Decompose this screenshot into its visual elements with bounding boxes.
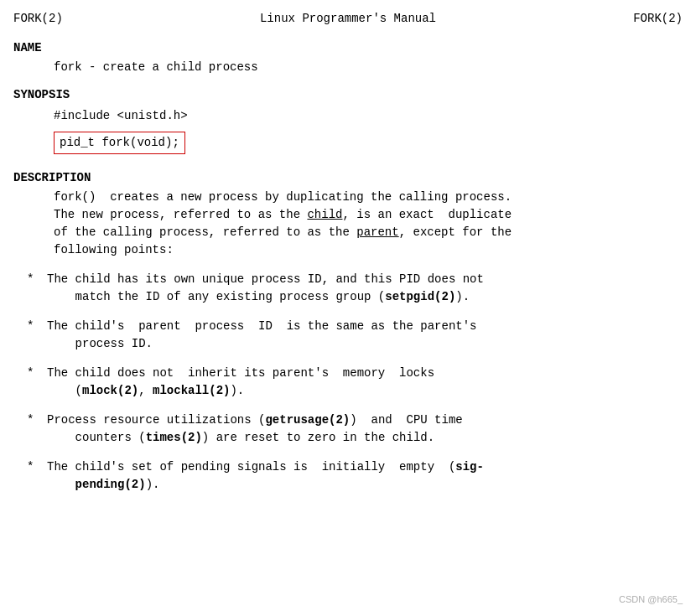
- desc-line-1: fork() creates a new process by duplicat…: [54, 190, 512, 204]
- name-section: NAME fork - create a child process: [13, 39, 683, 76]
- description-label: DESCRIPTION: [13, 169, 683, 187]
- synopsis-include: #include <unistd.h>: [54, 107, 683, 125]
- desc-line-3: of the calling process, referred to as t…: [54, 225, 512, 239]
- bullet-content-1: The child has its own unique process ID,…: [47, 271, 683, 306]
- child-link: child: [307, 208, 342, 221]
- bullet-star-4: *: [27, 412, 47, 447]
- bullet-content-2: The child's parent process ID is the sam…: [47, 318, 683, 353]
- description-section: DESCRIPTION fork() creates a new process…: [13, 169, 683, 494]
- synopsis-signature-wrapper: pid_t fork(void);: [54, 128, 683, 159]
- mlockall-ref: mlockall(2): [153, 384, 230, 397]
- bullet-3: * The child does not inherit its parent'…: [27, 365, 683, 400]
- bullet-content-5: The child's set of pending signals is in…: [47, 458, 683, 494]
- synopsis-section: SYNOPSIS #include <unistd.h> pid_t fork(…: [13, 86, 683, 159]
- header-left: FORK(2): [13, 10, 63, 28]
- bullet-star-5: *: [27, 458, 47, 494]
- parent-link: parent: [356, 225, 398, 239]
- bullet-5: * The child's set of pending signals is …: [27, 458, 683, 494]
- name-label: NAME: [13, 39, 683, 57]
- bullet-star-3: *: [27, 365, 47, 400]
- bullet-star-1: *: [27, 271, 47, 306]
- getrusage-ref: getrusage(2): [265, 413, 350, 427]
- synopsis-label: SYNOPSIS: [13, 86, 683, 104]
- sigpending-ref-2: pending(2): [75, 478, 146, 491]
- bullet-2: * The child's parent process ID is the s…: [27, 318, 683, 353]
- header-center: Linux Programmer's Manual: [260, 10, 436, 28]
- sigpending-ref-1: sig-: [455, 460, 484, 474]
- description-intro: fork() creates a new process by duplicat…: [54, 189, 683, 259]
- bullet-content-4: Process resource utilizations (getrusage…: [47, 412, 683, 447]
- manual-header: FORK(2) Linux Programmer's Manual FORK(2…: [13, 10, 683, 28]
- synopsis-signature: pid_t fork(void);: [54, 132, 185, 154]
- setpgid-ref: setpgid(2): [385, 290, 455, 303]
- desc-line-4: following points:: [54, 243, 174, 256]
- watermark: CSDN @h665_: [619, 593, 683, 607]
- bullet-4: * Process resource utilizations (getrusa…: [27, 412, 683, 447]
- name-content: fork - create a child process: [54, 59, 683, 76]
- bullet-content-3: The child does not inherit its parent's …: [47, 365, 683, 400]
- times-ref: times(2): [146, 431, 202, 444]
- bullet-star-2: *: [27, 318, 47, 353]
- header-right: FORK(2): [633, 10, 683, 28]
- bullet-1: * The child has its own unique process I…: [27, 271, 683, 306]
- desc-line-2: The new process, referred to as the chil…: [54, 208, 512, 221]
- mlock-ref: mlock(2): [82, 384, 138, 397]
